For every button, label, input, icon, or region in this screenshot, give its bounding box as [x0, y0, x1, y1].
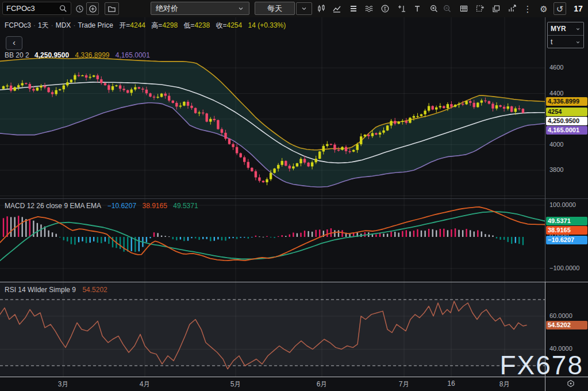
text-tool-button[interactable]	[411, 2, 424, 15]
price-axis-separator-top	[545, 17, 545, 282]
overlays-button[interactable]	[363, 2, 375, 15]
price-tick-label: 3800	[549, 166, 563, 173]
legend-exchange: MDX	[56, 21, 71, 29]
bb-title: BB 20 2	[5, 51, 29, 59]
chart-style-button[interactable]	[315, 2, 328, 15]
open-value: 4244	[130, 21, 145, 29]
chevron-down-icon	[575, 26, 581, 32]
macd-line-value: 38.9165	[142, 202, 167, 210]
pane-separator-macd[interactable]	[0, 198, 588, 199]
settings-button[interactable]: ⚙	[537, 2, 550, 15]
folder-icon	[107, 5, 116, 13]
legend-symbol[interactable]: FCPOc3	[5, 21, 31, 29]
macd-pane[interactable]	[0, 198, 545, 282]
session-settings-button[interactable]	[566, 379, 575, 390]
time-tick-label: 7月	[399, 379, 410, 389]
price-tick-label: 40.0000	[549, 345, 572, 352]
e-circle-icon	[381, 4, 390, 13]
time-tick-label: 4月	[140, 379, 151, 389]
alert-button[interactable]	[395, 2, 408, 15]
macd-legend[interactable]: MACD 12 26 close 9 EMA EMA −10.6207 38.9…	[5, 202, 198, 210]
table-view-button[interactable]	[458, 2, 470, 15]
high-value: 4298	[162, 21, 178, 29]
legend-timeframe[interactable]: 1天	[38, 21, 49, 29]
separator-dot: ·	[73, 21, 75, 29]
price-tick-label: 100.0000	[549, 201, 576, 208]
separator-dot: ·	[51, 21, 53, 29]
price-axis[interactable]: MYR t 4600440040003800100.00000.0000−100…	[545, 17, 588, 377]
currency-value: MYR	[551, 25, 566, 33]
axis-unit-box: MYR t	[547, 22, 584, 48]
macd-histogram	[3, 216, 524, 252]
tradingview-logo[interactable]: 17	[572, 2, 585, 15]
candles-icon	[317, 4, 326, 13]
clock-icon	[75, 5, 84, 13]
macd-title: MACD 12 26 close 9 EMA EMA	[5, 202, 101, 210]
macd-hist-value: −10.6207	[107, 202, 136, 210]
zoom-in-button[interactable]	[428, 2, 440, 15]
indicators-icon	[332, 4, 341, 13]
unit-dropdown[interactable]: t	[548, 36, 583, 48]
tv-logo-text: 17	[574, 4, 583, 13]
price-tick-label: 4600	[549, 64, 563, 71]
main-price-pane[interactable]	[0, 17, 545, 198]
currency-dropdown[interactable]: MYR	[548, 22, 583, 36]
interval-value: 每天	[267, 3, 282, 14]
snapshot-button[interactable]	[474, 2, 486, 15]
chart-legend-header: FCPOc3·1天·MDX·Trade Price 开=4244 高=4298 …	[5, 21, 286, 30]
zoom-out-button[interactable]	[441, 2, 454, 15]
open-label: 开=	[119, 21, 130, 29]
legend-series-type: Trade Price	[78, 21, 113, 29]
tradingview-chart-app: FCPOc3 绝对价 每天 ⋮ ⚙ ↺ 17	[0, 0, 588, 391]
top-toolbar: FCPOc3 绝对价 每天 ⋮ ⚙ ↺ 17	[0, 0, 588, 17]
close-value: 4254	[227, 21, 243, 29]
macd-signal-value: 49.5371	[173, 202, 198, 210]
copy-layout-icon	[491, 4, 501, 13]
waves-icon	[364, 4, 374, 13]
rsi-legend[interactable]: RSI 14 Wilder Simple 9 54.5202	[5, 286, 107, 294]
time-tick-label: 5月	[230, 379, 241, 389]
gear-icon: ⚙	[540, 5, 547, 13]
price-badge: 4254	[546, 108, 587, 116]
pane-separator-rsi[interactable]	[0, 282, 588, 282]
clock-history-button[interactable]	[73, 2, 86, 15]
rsi-pane[interactable]	[0, 282, 545, 377]
price-badge: 54.5202	[546, 321, 587, 329]
undo-icon: ↺	[556, 5, 564, 13]
price-tick-label: 60.0000	[549, 312, 572, 319]
interval-dropdown[interactable]: 每天	[255, 2, 295, 15]
hexagon-dot-icon	[566, 379, 575, 388]
bb-upper-value: 4,336.8999	[75, 51, 109, 59]
price-badge: −10.6207	[546, 236, 587, 244]
folder-button[interactable]	[105, 2, 119, 15]
symbol-search-input[interactable]: FCPOc3	[2, 2, 71, 15]
back-button[interactable]: ‹	[6, 36, 22, 50]
price-axis-separator-bottom	[545, 282, 545, 391]
price-badge: 4,165.0001	[546, 126, 587, 135]
separator-dot: ·	[33, 21, 36, 29]
time-axis[interactable]: 3月4月5月6月7月168月	[0, 377, 588, 391]
bb-legend[interactable]: BB 20 2 4,250.9500 4,336.8999 4,165.0001	[5, 51, 150, 59]
price-mode-value: 绝对价	[156, 3, 178, 14]
indicators-button[interactable]	[330, 2, 343, 15]
price-mode-dropdown[interactable]: 绝对价	[151, 2, 249, 15]
price-tick-label: 4400	[549, 90, 563, 97]
plus-circle-icon	[89, 5, 97, 13]
frame-plus-icon	[475, 4, 485, 13]
report-button[interactable]	[506, 2, 518, 15]
kebab-menu-button[interactable]: ⋮	[521, 2, 534, 15]
high-label: 高=	[151, 21, 162, 29]
symbol-search-value: FCPOc3	[6, 4, 35, 13]
time-tick-label: 3月	[58, 379, 69, 389]
low-label: 低=	[183, 21, 194, 29]
layers-icon	[349, 4, 358, 13]
undo-button[interactable]: ↺	[554, 2, 566, 15]
templates-button[interactable]	[347, 2, 360, 15]
bb-lower-value: 4,165.0001	[116, 51, 150, 59]
compare-add-button[interactable]	[86, 2, 99, 15]
layout-button[interactable]	[490, 2, 502, 15]
interval-menu-button[interactable]	[296, 2, 312, 15]
economic-events-button[interactable]	[379, 2, 391, 15]
low-value: 4238	[194, 21, 210, 29]
bar-chart-arrow-icon	[508, 4, 517, 13]
